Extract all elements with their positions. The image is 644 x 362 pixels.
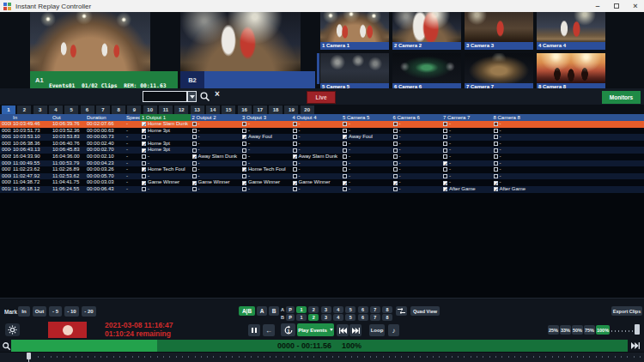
event-checkbox[interactable] xyxy=(393,135,398,139)
event-cell-channel-4[interactable]: - xyxy=(291,141,342,148)
bank-b-camera-1[interactable]: 1 xyxy=(296,314,307,321)
speed-slider-handle[interactable] xyxy=(635,324,640,335)
event-cell-channel-1[interactable]: Home Tech Foul xyxy=(140,166,191,173)
event-checkbox[interactable] xyxy=(343,142,347,146)
table-row-0006[interactable]: 000611:00:49.5511:00:53.7900:00:04.23---… xyxy=(0,160,644,167)
event-checkbox[interactable] xyxy=(393,174,398,178)
event-cell-channel-3[interactable]: - xyxy=(240,121,291,128)
header-5-camera-5[interactable]: 5 Camera 5 xyxy=(341,114,392,122)
speed-preset-50pct[interactable]: 50% xyxy=(572,325,583,335)
clear-search-icon[interactable]: × xyxy=(212,89,222,102)
event-cell-channel-5[interactable]: - xyxy=(341,128,392,135)
event-cell-channel-1[interactable]: Home 3pt xyxy=(140,141,191,148)
event-checkbox[interactable] xyxy=(443,161,447,166)
swap-ab-button[interactable] xyxy=(396,306,407,316)
event-cell-channel-4[interactable]: - xyxy=(291,166,342,173)
event-cell-channel-8[interactable]: - xyxy=(492,134,543,141)
event-checkbox[interactable] xyxy=(192,187,197,191)
event-cell-channel-7[interactable]: - xyxy=(441,160,492,167)
event-checkbox[interactable] xyxy=(242,148,246,153)
event-checkbox[interactable] xyxy=(192,167,197,172)
event-cell-channel-4[interactable]: - xyxy=(291,160,342,167)
event-checkbox[interactable] xyxy=(443,154,447,159)
event-checkbox[interactable] xyxy=(293,161,297,166)
event-cell-channel-3[interactable]: - xyxy=(240,160,291,167)
tab-14[interactable]: 14 xyxy=(206,106,220,114)
minimize-icon[interactable]: – xyxy=(591,0,605,12)
tab-4[interactable]: 4 xyxy=(49,106,63,114)
event-checkbox[interactable] xyxy=(343,167,347,172)
event-checkbox[interactable] xyxy=(142,181,146,185)
event-checkbox[interactable] xyxy=(242,129,246,133)
event-checkbox[interactable] xyxy=(192,122,197,126)
camera-thumbnail-5[interactable] xyxy=(320,53,389,83)
audio-button[interactable]: ♪ xyxy=(388,324,399,336)
next-clip-button[interactable] xyxy=(349,324,361,336)
event-checkbox[interactable] xyxy=(494,181,498,185)
event-checkbox[interactable] xyxy=(293,154,297,159)
event-cell-channel-5[interactable]: - xyxy=(341,173,392,180)
event-checkbox[interactable] xyxy=(293,122,297,126)
event-cell-channel-6[interactable]: - xyxy=(392,166,442,173)
monitors-button[interactable]: Monitors xyxy=(602,91,641,104)
event-cell-channel-7[interactable]: - xyxy=(441,173,492,180)
event-cell-channel-2[interactable]: - xyxy=(191,134,241,141)
speed-preset-33pct[interactable]: 33% xyxy=(560,325,571,335)
event-checkbox[interactable] xyxy=(343,161,347,166)
event-checkbox[interactable] xyxy=(343,181,347,185)
event-cell-channel-8[interactable]: - xyxy=(492,166,543,173)
header-3-output-3[interactable]: 3 Output 3 xyxy=(240,114,291,122)
event-cell-channel-4[interactable]: - xyxy=(291,128,342,135)
event-checkbox[interactable] xyxy=(192,135,197,139)
mark-out-button[interactable]: Out xyxy=(33,306,46,317)
event-checkbox[interactable] xyxy=(142,142,146,146)
event-cell-channel-6[interactable]: - xyxy=(392,147,442,154)
event-cell-channel-2[interactable]: - xyxy=(191,147,241,154)
event-cell-channel-3[interactable]: - xyxy=(240,147,291,154)
skip-to-end-button[interactable] xyxy=(631,342,640,349)
loop-button[interactable]: Loop xyxy=(369,324,385,336)
event-checkbox[interactable] xyxy=(494,135,498,139)
event-cell-channel-6[interactable]: - xyxy=(392,154,442,160)
header-1-output-1[interactable]: 1 Output 1 xyxy=(140,114,191,122)
live-button[interactable]: Live xyxy=(307,91,336,104)
event-cell-channel-3[interactable]: - xyxy=(240,128,291,135)
event-checkbox[interactable] xyxy=(393,161,398,166)
event-cell-channel-5[interactable]: - xyxy=(341,154,392,160)
event-cell-channel-5[interactable]: - xyxy=(341,179,392,186)
event-checkbox[interactable] xyxy=(293,167,297,172)
event-checkbox[interactable] xyxy=(242,187,246,191)
event-cell-channel-5[interactable]: - xyxy=(341,141,392,148)
event-cell-channel-5[interactable]: - xyxy=(341,166,392,173)
tab-6[interactable]: 6 xyxy=(81,106,94,114)
event-cell-channel-8[interactable]: - xyxy=(492,141,543,148)
event-checkbox[interactable] xyxy=(142,129,146,133)
event-cell-channel-4[interactable]: - xyxy=(291,186,342,193)
tab-9[interactable]: 9 xyxy=(127,106,141,114)
event-checkbox[interactable] xyxy=(142,154,146,159)
event-checkbox[interactable] xyxy=(443,167,447,172)
event-cell-channel-2[interactable]: Away Slam Dunk xyxy=(191,154,241,160)
bank-a-camera-8[interactable]: 8 xyxy=(382,306,392,313)
event-cell-channel-1[interactable]: Game Winner xyxy=(140,179,191,186)
minus-5-button[interactable]: - 5 xyxy=(49,306,62,317)
event-checkbox[interactable] xyxy=(494,161,498,166)
event-checkbox[interactable] xyxy=(443,181,447,185)
bank-a-camera-5[interactable]: 5 xyxy=(345,306,355,313)
event-checkbox[interactable] xyxy=(494,174,498,178)
event-checkbox[interactable] xyxy=(443,129,447,133)
header-speed[interactable]: Speed xyxy=(125,114,140,122)
event-cell-channel-4[interactable]: - xyxy=(291,147,342,154)
event-checkbox[interactable] xyxy=(142,174,146,178)
program-monitor-a[interactable] xyxy=(30,12,150,71)
event-checkbox[interactable] xyxy=(192,148,197,153)
event-checkbox[interactable] xyxy=(293,129,297,133)
bank-a-preview-button[interactable]: P xyxy=(286,306,295,313)
timeline-ruler[interactable] xyxy=(0,352,644,362)
event-cell-channel-8[interactable]: - xyxy=(492,147,543,154)
minus-10-button[interactable]: - 10 xyxy=(64,306,79,317)
preview-monitor-b[interactable] xyxy=(180,12,301,71)
playback-progress-bar[interactable]: 0000 - 00:11.56 100% xyxy=(11,340,628,352)
event-cell-channel-8[interactable]: After Game xyxy=(492,186,543,193)
table-row-0001[interactable]: 000110:03:51.7310:03:52.3600:00:00.63-Ho… xyxy=(0,128,644,135)
